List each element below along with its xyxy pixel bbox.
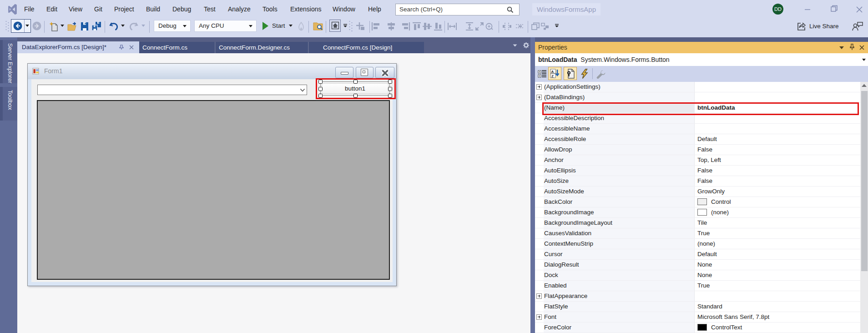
svg-text:A: A [551, 70, 554, 74]
svg-text:Z: Z [551, 74, 554, 78]
